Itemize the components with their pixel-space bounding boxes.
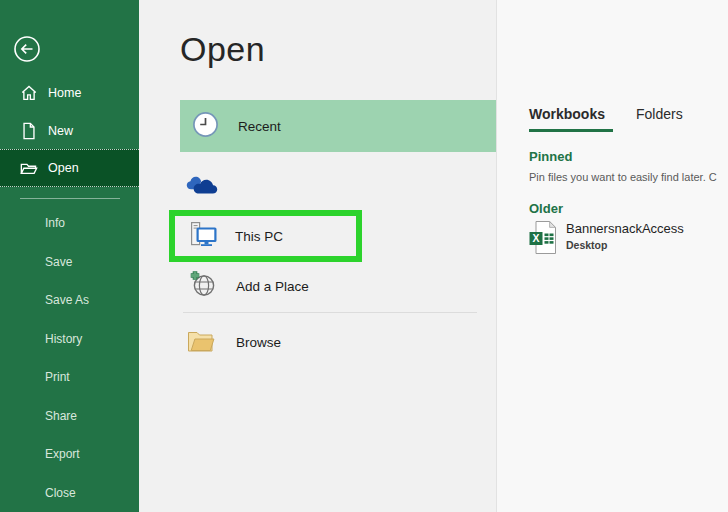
sidebar-divider [20,198,120,199]
sidebar-item-info[interactable]: Info [0,204,139,243]
tab-workbooks[interactable]: Workbooks [529,106,605,122]
place-add-a-place[interactable]: Add a Place [189,270,309,302]
file-item-bannersnackaccess[interactable]: X BannersnackAccess Desktop [529,221,684,258]
file-text: BannersnackAccess Desktop [566,221,684,251]
svg-text:X: X [532,232,539,244]
place-label: This PC [235,229,283,244]
add-place-globe-icon [189,270,217,302]
annotation-box: This PC [169,210,362,262]
sidebar-item-history[interactable]: History [0,320,139,359]
place-browse[interactable]: Browse [187,327,281,357]
open-main-pane: Open Recent [139,0,496,512]
place-recent[interactable]: Recent [180,100,496,152]
open-folder-icon [20,159,38,177]
browse-folder-icon [187,329,215,356]
page-title: Open [180,30,265,69]
sidebar-secondary-list: Info Save Save As History Print Share Ex… [0,204,139,512]
active-tab-underline [529,129,613,132]
onedrive-cloud-icon [184,171,222,202]
pinned-section-heading: Pinned [529,149,572,164]
excel-backstage-open: Home New Open Info Save [0,0,728,512]
place-label: Browse [236,335,281,350]
file-name: BannersnackAccess [566,221,684,237]
sidebar-item-label: Home [48,86,81,100]
place-this-pc[interactable]: This PC [175,216,356,256]
clock-icon [192,111,219,142]
file-location: Desktop [566,239,684,251]
back-button[interactable] [13,35,41,63]
pinned-hint-text: Pin files you want to easily find later.… [529,171,717,183]
sidebar-item-label: New [48,124,73,138]
this-pc-icon [190,221,217,251]
sidebar-item-open[interactable]: Open [0,149,139,187]
excel-file-icon: X [529,221,556,258]
sidebar-item-share[interactable]: Share [0,397,139,436]
sidebar-item-new[interactable]: New [0,112,139,150]
back-arrow-icon [13,49,41,66]
places-divider [183,312,477,313]
recent-files-panel: Workbooks Folders Pinned Pin files you w… [497,0,728,512]
tab-folders[interactable]: Folders [636,106,683,122]
new-document-icon [20,122,38,140]
sidebar-item-export[interactable]: Export [0,435,139,474]
home-icon [20,84,38,102]
sidebar-item-save-as[interactable]: Save As [0,281,139,320]
sidebar-item-label: Open [48,161,79,175]
older-section-heading: Older [529,201,563,216]
backstage-sidebar: Home New Open Info Save [0,0,139,512]
sidebar-item-save[interactable]: Save [0,243,139,282]
sidebar-item-close[interactable]: Close [0,474,139,512]
sidebar-item-print[interactable]: Print [0,358,139,397]
place-onedrive[interactable] [184,170,228,202]
place-label: Add a Place [236,279,309,294]
place-label: Recent [238,119,281,134]
sidebar-item-home[interactable]: Home [0,74,139,112]
